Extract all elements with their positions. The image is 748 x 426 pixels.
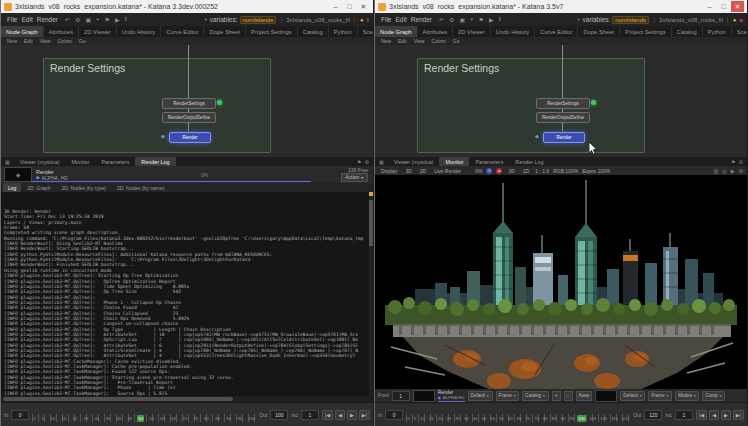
pause-render-icon[interactable]: ‖ bbox=[367, 17, 369, 23]
render-status-icon[interactable]: ● bbox=[360, 17, 364, 23]
frame-ruler[interactable]: 0510152025303540455055606570758085909510… bbox=[32, 408, 256, 422]
comp-dropdown[interactable]: Comp▼ bbox=[702, 391, 725, 401]
inc-field[interactable]: 1 bbox=[675, 410, 693, 420]
rgb-channels[interactable]: RGB 100% bbox=[553, 168, 578, 174]
node-renderoutputdefine[interactable]: RenderOutputDefine bbox=[536, 112, 590, 123]
pane-tab[interactable]: Monitor bbox=[65, 157, 95, 166]
in-field[interactable]: 0 bbox=[11, 410, 29, 420]
undo-icon[interactable]: ↶ bbox=[65, 16, 70, 23]
variable-value[interactable]: numIslands bbox=[240, 16, 277, 24]
log-scrollbar[interactable] bbox=[369, 192, 373, 396]
node-graph-canvas[interactable]: Render Settings RenderSettings RenderOut… bbox=[375, 45, 747, 157]
edit-flag-icon[interactable]: ◆ bbox=[535, 133, 539, 139]
pane-gear-icon[interactable]: ⚙ bbox=[365, 159, 369, 165]
gear-icon[interactable]: ⚙ bbox=[449, 16, 454, 23]
renderlog-subtab[interactable]: 2D: Nodes (by name) bbox=[112, 183, 170, 192]
in-field[interactable]: 0 bbox=[385, 410, 403, 420]
monitor-viewport[interactable] bbox=[375, 175, 747, 389]
pane-tab[interactable]: Viewer (mystica) bbox=[388, 157, 440, 166]
view-flag-icon[interactable] bbox=[591, 100, 596, 105]
mode-2d-button[interactable]: 2D bbox=[418, 168, 428, 174]
nodegraph-menu-item[interactable]: Colors bbox=[57, 38, 71, 44]
channel-1d-toggle[interactable]: 1D bbox=[521, 168, 531, 174]
nodegraph-menu-item[interactable]: View bbox=[40, 38, 51, 44]
pane-tab[interactable]: Parameters bbox=[469, 157, 509, 166]
main-tab[interactable]: Curve Editor bbox=[161, 26, 204, 37]
pixel-probe-icon[interactable]: ◎ bbox=[722, 168, 726, 174]
pane-tab[interactable]: Monitor bbox=[439, 157, 469, 166]
first-frame-button[interactable]: |◀ bbox=[322, 410, 333, 420]
close-button[interactable]: ✕ bbox=[731, 1, 744, 12]
main-tab[interactable]: 2D Viewer bbox=[453, 26, 491, 37]
pane-pin-icon[interactable]: ⚑ bbox=[731, 159, 735, 165]
backdrop-node[interactable]: Render Settings bbox=[43, 58, 271, 153]
channel-3d-toggle[interactable]: 3D bbox=[506, 168, 516, 174]
nodegraph-menu-item[interactable]: View bbox=[414, 38, 425, 44]
render-log-output[interactable]: 3D Render: RenderStart Time: Fri Dec 13 … bbox=[1, 192, 373, 396]
inc-field[interactable]: 1 bbox=[301, 410, 319, 420]
variables-control[interactable]: ▼ variables: numIslands bbox=[204, 16, 276, 24]
monitor-settings-icon[interactable]: ⚙ bbox=[739, 168, 743, 174]
pause-icon[interactable]: ‖ bbox=[125, 16, 127, 23]
menu-item[interactable]: File bbox=[379, 16, 393, 23]
pane-tab[interactable]: Render Log bbox=[135, 157, 175, 166]
pane-grid-icon[interactable]: ▦ bbox=[1, 157, 14, 166]
close-button[interactable]: ✕ bbox=[357, 1, 370, 12]
renderlog-subtab[interactable]: 2D: Graph bbox=[22, 183, 55, 192]
main-tab[interactable]: Node Graph bbox=[375, 26, 418, 37]
view-flag-icon[interactable] bbox=[217, 100, 222, 105]
main-tab[interactable]: Project Settings bbox=[246, 26, 298, 37]
nodegraph-menu-item[interactable]: Go bbox=[453, 38, 460, 44]
keep-button[interactable]: Keep bbox=[576, 391, 593, 401]
modes-dropdown[interactable]: Modes▼ bbox=[675, 391, 699, 401]
view-transform-dropdown[interactable]: Default▼ bbox=[468, 391, 493, 401]
nodegraph-menu-item[interactable]: New bbox=[7, 38, 17, 44]
title-bar[interactable]: 3xIslands_v08_rocks_expansion.katana* - … bbox=[375, 0, 747, 13]
pane-pin-icon[interactable]: ⚑ bbox=[357, 159, 361, 165]
main-tab[interactable]: Undo History bbox=[491, 26, 536, 37]
layout-icon[interactable]: ▣ bbox=[85, 16, 91, 23]
nodegraph-menu-item[interactable]: Colors bbox=[431, 38, 445, 44]
main-tab[interactable]: Catalog bbox=[672, 26, 703, 37]
catalog-entry[interactable]: Render ◆ALPHA HD bbox=[438, 390, 465, 402]
main-tab[interactable]: Attributes bbox=[418, 26, 454, 37]
pane-grid-icon[interactable]: ▦ bbox=[375, 157, 388, 166]
front-field[interactable]: 1 bbox=[392, 391, 410, 401]
backdrop-node[interactable]: Render Settings bbox=[417, 58, 645, 153]
variables-control[interactable]: ▼ variables: numIslands bbox=[577, 16, 649, 24]
main-tab[interactable]: Catalog bbox=[298, 26, 329, 37]
menu-item[interactable]: Render bbox=[35, 16, 60, 23]
front-thumbnail[interactable] bbox=[413, 390, 435, 402]
variable-value[interactable]: numIslands bbox=[612, 16, 649, 24]
target-icon[interactable]: ⌖ bbox=[96, 16, 99, 23]
play-button[interactable]: ▶ bbox=[721, 410, 731, 420]
catalog-dropdown[interactable]: Catalog▼ bbox=[522, 391, 548, 401]
out-field[interactable]: 120 bbox=[644, 410, 662, 420]
prev-frame-button[interactable]: ◀ bbox=[709, 410, 719, 420]
hscrollbar-handle[interactable] bbox=[3, 397, 233, 401]
zoom-level[interactable]: 1 : 1.0 bbox=[535, 168, 549, 174]
title-bar[interactable]: 3xIslands_v08_rocks_expansion.katana* - … bbox=[1, 0, 373, 13]
remove-catalog-button[interactable]: − bbox=[564, 391, 573, 401]
main-tab[interactable]: Undo History bbox=[117, 26, 162, 37]
back-thumbnail[interactable] bbox=[595, 390, 617, 402]
action-dropdown[interactable]: Action ▼ bbox=[341, 173, 368, 182]
node-graph-canvas[interactable]: Render Settings RenderSettings RenderOut… bbox=[1, 45, 373, 157]
play-button[interactable]: ▶ bbox=[347, 410, 357, 420]
document-tab[interactable]: 3xIslands_v08_rocks_fil bbox=[654, 17, 728, 23]
renderlog-subtab[interactable]: Log bbox=[3, 183, 21, 192]
nodegraph-menu-item[interactable]: Edit bbox=[398, 38, 407, 44]
fit-view-icon[interactable]: ▶ bbox=[731, 168, 735, 174]
render-icon[interactable]: ▶ bbox=[115, 16, 120, 23]
gear-icon[interactable]: ⚙ bbox=[75, 16, 80, 23]
node-render[interactable]: Render bbox=[169, 132, 211, 143]
first-frame-button[interactable]: |◀ bbox=[696, 410, 707, 420]
prev-frame-button[interactable]: ◀ bbox=[335, 410, 345, 420]
split-view-icon[interactable]: ▥ bbox=[714, 168, 719, 174]
main-tab[interactable]: Attributes bbox=[44, 26, 80, 37]
menu-item[interactable]: Render bbox=[409, 16, 434, 23]
scrollbar-handle[interactable] bbox=[369, 200, 373, 246]
render-thumbnail[interactable]: ◆ bbox=[4, 167, 32, 182]
pause-render-button[interactable]: ‖ bbox=[486, 168, 492, 174]
frame-dropdown[interactable]: Frame▼ bbox=[496, 391, 520, 401]
